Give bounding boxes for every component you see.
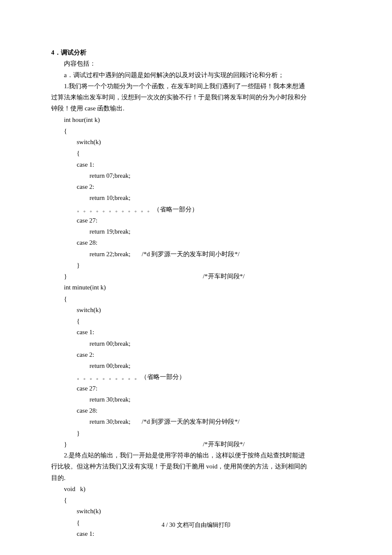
code-omit2: 。。。。。。。。。。（省略一部分） — [51, 371, 341, 382]
code-brace-open2: { — [51, 147, 341, 159]
para-2-line3: 目的. — [51, 472, 341, 483]
code-hour-close: } /*开车时间段*/ — [51, 271, 341, 282]
code-case2b: case 2: — [51, 349, 341, 360]
code-hour-ret28: return 22;break; /*d 到罗源一天的发车时间小时段*/ — [51, 249, 341, 260]
page-footer: 4 / 30 文档可自由编辑打印 — [0, 520, 392, 531]
code-brace-open5: { — [51, 494, 341, 506]
code-hour-ret27: return 19;break; — [51, 226, 341, 237]
code-min-ret28: return 30;break; /*d 到罗源一天的发车时间分钟段*/ — [51, 416, 341, 427]
content-intro: 内容包括： — [51, 58, 341, 69]
code-hour-sig: int hour(int k) — [51, 114, 341, 125]
code-brace-open3: { — [51, 293, 341, 304]
code-min-ret27: return 30;break; — [51, 394, 341, 405]
code-brace-open4: { — [51, 315, 341, 327]
code-case1b: case 1: — [51, 327, 341, 338]
code-case28b: case 28: — [51, 405, 341, 416]
para-1-line3: 钟段！使用 case 函数输出. — [51, 103, 341, 114]
code-switch2: switch(k) — [51, 304, 341, 315]
code-void-sig: void k) — [51, 483, 341, 494]
code-hour-ret1: return 07;break; — [51, 170, 341, 181]
para-2-line1: 2.是终点站的输出，我们一开始是使用字符串的输出，这样以便于按终点站查找时能进 — [51, 450, 341, 461]
code-case27b: case 27: — [51, 383, 341, 394]
section-heading: 4．调试分析 — [51, 47, 341, 58]
code-omit1: 。。。。。。。。。。。。（省略一部分） — [51, 204, 341, 215]
code-brace-open: { — [51, 125, 341, 136]
code-case1: case 1: — [51, 159, 341, 170]
code-min-ret1: return 00;break; — [51, 338, 341, 349]
code-minute-close: } /*开车时间段*/ — [51, 439, 341, 450]
para-1-line1: 1.我们将一个个功能分为一个个函数，在发车时间上我们遇到了一些阻碍！我本来想通 — [51, 81, 341, 92]
item-a: a．调试过程中遇到的问题是如何解决的以及对设计与实现的回顾讨论和分析； — [51, 69, 341, 81]
code-brace-close4: } — [51, 428, 341, 439]
code-case2: case 2: — [51, 181, 341, 192]
code-case28: case 28: — [51, 237, 341, 248]
code-min-ret2: return 00;break; — [51, 360, 341, 371]
code-switch3: switch(k) — [51, 506, 341, 517]
code-hour-ret2: return 10;break; — [51, 192, 341, 203]
code-case27: case 27: — [51, 215, 341, 226]
code-brace-close2: } — [51, 260, 341, 271]
code-switch: switch(k) — [51, 136, 341, 147]
para-2-line2: 行比较。但这种方法我们又没有实现！于是我们干脆用 void，使用简便的方法，达到… — [51, 461, 341, 472]
code-minute-sig: int minute(int k) — [51, 282, 341, 293]
para-1-line2: 过算法来输出发车时间，没想到一次次的实验不行！于是我们将发车时间的分为小时段和分 — [51, 92, 341, 103]
